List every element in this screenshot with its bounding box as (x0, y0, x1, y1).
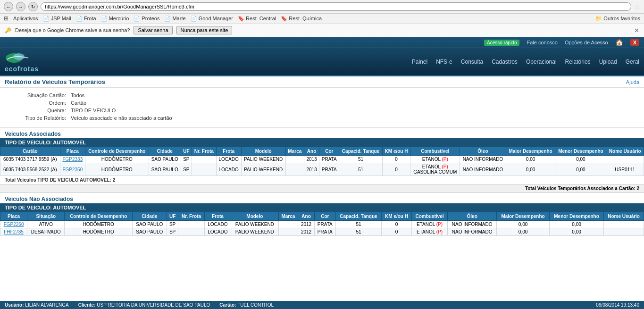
cell-na-marca (278, 228, 298, 236)
filter-section: Situação Cartão: Todos Ordem: Cartão Que… (0, 88, 644, 128)
never-save-button[interactable]: Nunca para este site (176, 26, 233, 34)
th-cor: Cor (319, 147, 339, 156)
page-title-bar: Relatório de Veículos Temporários Ajuda (0, 76, 644, 88)
th-na-marca: Marca (278, 212, 298, 221)
th-na-uf: UF (167, 212, 178, 221)
bookmark-star[interactable]: ☆ (634, 3, 640, 10)
filter-label-ordem: Ordem: (9, 100, 66, 106)
bookmark-goodmanager[interactable]: 📄 Good Manager (191, 16, 233, 22)
nav-geral[interactable]: Geral (626, 58, 639, 65)
cell-na-situacao: DESATIVADO (27, 228, 65, 236)
save-password-button[interactable]: Salvar senha (134, 26, 172, 34)
apps-icon[interactable]: ⊞ (4, 15, 8, 22)
cell-capacid: 51 (339, 163, 382, 176)
filter-value-tipo: Veículo associado e não associado a cart… (71, 115, 172, 121)
th-na-ano: Ano (298, 212, 314, 221)
bookmark-frota[interactable]: 📄 Frota (76, 16, 96, 22)
help-link[interactable]: Ajuda (626, 79, 639, 85)
home-button[interactable]: 🏠 (615, 39, 623, 46)
password-bar-close[interactable]: ✕ (634, 27, 639, 34)
cell-ano: 2013 (304, 156, 319, 163)
cell-na-km: 0 (382, 228, 412, 236)
th-marca: Marca (285, 147, 304, 156)
nav-consulta[interactable]: Consulta (461, 58, 483, 65)
th-combustivel: Combustível (410, 147, 460, 156)
cell-capacid: 51 (339, 156, 382, 163)
bookmark-proteos[interactable]: 📄 Proteos (134, 16, 159, 22)
th-uf: UF (181, 147, 192, 156)
th-na-nr-frota: Nr. Frota (178, 212, 204, 221)
acesso-rapido-label[interactable]: Acesso rápido (484, 40, 519, 46)
cell-na-modelo: PALIO WEEKEND (231, 228, 278, 236)
cell-controle: HODÔMETRO (85, 156, 149, 163)
opcoes-acesso-link[interactable]: Opções de Acesso (565, 40, 608, 45)
filter-value-situacao: Todos (71, 92, 84, 98)
cell-km: 0 (382, 156, 410, 163)
cell-modelo: PALIO WEEKEND (241, 163, 285, 176)
th-na-controle: Controle de Desempenho (65, 212, 132, 221)
bookmark-mercurio[interactable]: 📄 Mercúrio (101, 16, 129, 22)
cell-placa[interactable]: FGP2350 (60, 163, 85, 176)
th-na-menor: Menor Desempenho (549, 212, 603, 221)
th-na-cor: Cor (314, 212, 335, 221)
th-usuario: Nome Usuário (606, 147, 644, 156)
refresh-button[interactable]: ↻ (28, 2, 38, 11)
page-title: Relatório de Veículos Temporários (5, 78, 105, 85)
th-frota: Frota (216, 147, 241, 156)
bookmark-jspmail[interactable]: 📄 JSP Mail (43, 16, 71, 22)
cell-na-situacao: ATIVO (27, 221, 65, 228)
filter-value-ordem: Cartão (71, 100, 86, 106)
table-row: 6035 7403 3717 9559 (A) FGP2333 HODÔMETR… (0, 156, 644, 163)
associated-type-header: TIPO DE VEICULO: AUTOMOVEL (0, 138, 644, 147)
bookmark-aplicativos[interactable]: Aplicativos (13, 16, 38, 21)
nav-cadastros[interactable]: Cadastros (492, 58, 518, 65)
bookmark-rest-quimica[interactable]: 🔖 Rest. Química (281, 16, 322, 22)
th-nr-frota: Nr. Frota (192, 147, 216, 156)
app-header: Acesso rápido Fale conosco Opções de Ace… (0, 37, 644, 75)
cell-nr-frota (192, 163, 216, 176)
nav-upload[interactable]: Upload (599, 58, 617, 65)
cell-na-capacid: 51 (335, 221, 381, 228)
browser-bar: ← → ↻ ☆ (0, 0, 644, 14)
close-button[interactable]: X (630, 39, 639, 46)
nav-relatorios[interactable]: Relatórios (565, 58, 591, 65)
fale-conosco-link[interactable]: Fale conosco (527, 40, 557, 45)
table-row: FHF2785 DESATIVADO HODÔMETRO SAO PAULO S… (0, 228, 644, 236)
th-ano: Ano (304, 147, 319, 156)
header-main: ecofrotas Painel NFS-e Consulta Cadastro… (0, 48, 644, 75)
nav-operacional[interactable]: Operacional (526, 58, 557, 65)
nav-painel[interactable]: Painel (412, 58, 427, 65)
cell-na-ano: 2012 (298, 221, 314, 228)
back-button[interactable]: ← (4, 2, 13, 11)
url-bar[interactable] (41, 2, 631, 11)
cell-cor: PRATA (319, 156, 339, 163)
bookmark-rest-central[interactable]: 🔖 Rest. Central (238, 16, 276, 22)
main-scroll-area[interactable]: Veículos Associados TIPO DE VEICULO: AUT… (0, 128, 644, 236)
bookmark-marte[interactable]: 📄 Marte (164, 16, 185, 22)
cell-cidade: SAO PAULO (149, 156, 181, 163)
cell-na-ano: 2012 (298, 228, 314, 236)
forward-button[interactable]: → (16, 2, 25, 11)
cell-na-oleo: NAO INFORMADO (448, 221, 497, 228)
associated-total: Total Veículos TIPO DE VEICULO AUTOMOVEL… (0, 176, 644, 184)
cell-na-placa[interactable]: FGP2260 (0, 221, 27, 228)
th-na-maior: Maior Desempenho (497, 212, 550, 221)
cell-na-oleo: NAO INFORMADO (448, 228, 497, 236)
cell-na-marca (278, 221, 298, 228)
cell-oleo: NAO INFORMADO (460, 156, 506, 163)
cell-uf: SP (181, 163, 192, 176)
th-controle: Controle de Desempenho (85, 147, 149, 156)
cell-ano: 2013 (304, 163, 319, 176)
filter-row-ordem: Ordem: Cartão (9, 100, 635, 106)
cell-placa[interactable]: FGP2333 (60, 156, 85, 163)
password-bar: 🔑 Deseja que o Google Chrome salve a sua… (0, 24, 644, 37)
cell-modelo: PALIO WEEKEND (241, 156, 285, 163)
cell-na-combustivel: ETANOL (P) (411, 221, 447, 228)
cell-marca (285, 156, 304, 163)
th-na-usuario: Nome Usuário (604, 212, 644, 221)
th-menor: Menor Desempenho (555, 147, 606, 156)
th-na-cidade: Cidade (132, 212, 167, 221)
bookmark-outros-favoritos[interactable]: 📁 Outros favoritos (595, 16, 640, 22)
cell-na-placa[interactable]: FHF2785 (0, 228, 27, 236)
nav-nfse[interactable]: NFS-e (436, 58, 452, 65)
